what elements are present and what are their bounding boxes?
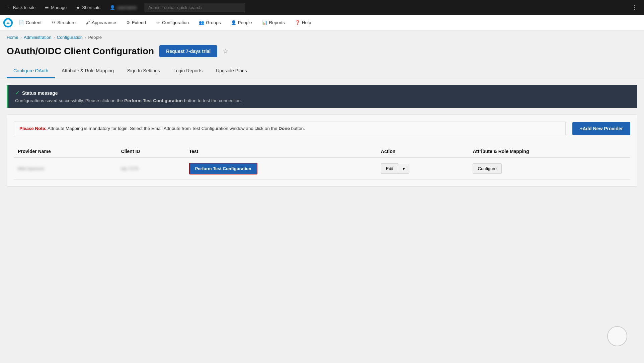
status-title: ✓ Status message (15, 90, 631, 96)
nav-people[interactable]: 👤 People (226, 15, 257, 31)
extend-icon: ⚙ (126, 20, 130, 25)
provider-name-value: Mild Aperture (18, 166, 45, 171)
admin-toolbar: ← Back to site ☰ Manage ★ Shortcuts 👤 us… (0, 0, 644, 15)
breadcrumb: Home › Administration › Configuration › … (0, 31, 644, 43)
configuration-icon: ⛭ (156, 20, 160, 25)
hamburger-icon: ☰ (45, 5, 49, 10)
breadcrumb-administration[interactable]: Administration (24, 35, 51, 40)
provider-name-cell: Mild Aperture (14, 158, 117, 179)
client-id-cell: klp-7275 (117, 158, 185, 179)
tab-attribute-role-mapping[interactable]: Attribute & Role Mapping (55, 64, 120, 78)
col-attribute-role-mapping: Attribute & Role Mapping (469, 145, 630, 158)
tab-login-reports[interactable]: Login Reports (167, 64, 209, 78)
col-test: Test (185, 145, 377, 158)
nav-structure[interactable]: ☷ Structure (47, 15, 80, 31)
nav-appearance[interactable]: 🖌 Appearance (81, 15, 121, 31)
configure-button[interactable]: Configure (473, 163, 501, 174)
structure-icon: ☷ (52, 20, 56, 25)
nav-reports[interactable]: 📊 Reports (257, 15, 290, 31)
tab-configure-oauth[interactable]: Configure OAuth (7, 64, 55, 78)
perform-test-configuration-button[interactable]: Perform Test Configuration (189, 163, 257, 174)
nav-help[interactable]: ❓ Help (290, 15, 316, 31)
table-body: Mild Aperture klp-7275 Perform Test Conf… (14, 158, 630, 179)
status-body: Configurations saved successfully. Pleas… (15, 98, 631, 103)
reports-icon: 📊 (262, 20, 267, 25)
back-arrow-icon: ← (7, 5, 11, 10)
table-header: Provider Name Client ID Test Action Attr… (14, 145, 630, 158)
toolbar-right: ⋮ (628, 4, 641, 11)
provider-card: Please Note: Attribute Mapping is mandat… (7, 115, 637, 187)
test-cell: Perform Test Configuration (185, 158, 377, 179)
col-provider-name: Provider Name (14, 145, 117, 158)
drupal-logo (3, 17, 13, 28)
status-message-bar: ✓ Status message Configurations saved su… (7, 85, 637, 108)
nav-configuration[interactable]: ⛭ Configuration (151, 15, 193, 31)
client-id-value: klp-7275 (121, 166, 139, 171)
col-action: Action (377, 145, 469, 158)
page-header: OAuth/OIDC Client Configuration Request … (0, 43, 644, 64)
svg-point-2 (8, 22, 10, 24)
tab-upgrade-plans[interactable]: Upgrade Plans (209, 64, 254, 78)
note-label: Please Note: (19, 126, 47, 131)
main-content: Home › Administration › Configuration › … (0, 31, 644, 187)
breadcrumb-sep-1: › (20, 35, 22, 40)
content-icon: 📄 (19, 20, 24, 25)
user-icon: 👤 (110, 5, 115, 10)
breadcrumb-home[interactable]: Home (7, 35, 18, 40)
table-header-row: Provider Name Client ID Test Action Attr… (14, 145, 630, 158)
tabs-bar: Configure OAuth Attribute & Role Mapping… (0, 64, 644, 78)
favorite-star-icon[interactable]: ☆ (223, 47, 229, 55)
edit-button-group: Edit ▼ (381, 163, 465, 174)
tab-sign-in-settings[interactable]: Sign In Settings (120, 64, 167, 78)
appearance-icon: 🖌 (86, 20, 90, 25)
page-title: OAuth/OIDC Client Configuration (7, 46, 154, 57)
nav-groups[interactable]: 👥 Groups (194, 15, 225, 31)
trial-button[interactable]: Request 7-days trial (159, 45, 217, 57)
table-row: Mild Aperture klp-7275 Perform Test Conf… (14, 158, 630, 179)
provider-table: Provider Name Client ID Test Action Attr… (14, 145, 630, 179)
manage-button[interactable]: ☰ Manage (41, 0, 71, 15)
people-icon: 👤 (231, 20, 236, 25)
help-icon: ❓ (295, 20, 300, 25)
edit-button[interactable]: Edit (381, 163, 398, 174)
nav-content[interactable]: 📄 Content (14, 15, 46, 31)
col-client-id: Client ID (117, 145, 185, 158)
breadcrumb-current: People (88, 35, 101, 40)
groups-icon: 👥 (199, 20, 204, 25)
breadcrumb-sep-2: › (53, 35, 55, 40)
search-container (145, 3, 245, 12)
nav-extend[interactable]: ⚙ Extend (122, 15, 151, 31)
shortcuts-button[interactable]: ★ Shortcuts (72, 0, 104, 15)
add-provider-button[interactable]: +Add New Provider (572, 122, 630, 135)
star-icon: ★ (76, 5, 80, 10)
grid-icon[interactable]: ⋮ (628, 4, 641, 11)
drupal-nav: 📄 Content ☷ Structure 🖌 Appearance ⚙ Ext… (0, 15, 644, 31)
checkmark-icon: ✓ (15, 90, 19, 96)
edit-dropdown-button[interactable]: ▼ (398, 164, 409, 174)
user-button[interactable]: 👤 username (106, 0, 141, 15)
breadcrumb-configuration[interactable]: Configuration (57, 35, 83, 40)
back-to-site-button[interactable]: ← Back to site (3, 0, 39, 15)
note-bar: Please Note: Attribute Mapping is mandat… (14, 122, 630, 135)
configure-cell: Configure (469, 158, 630, 179)
breadcrumb-sep-3: › (85, 35, 86, 40)
svg-point-1 (7, 22, 8, 24)
search-input[interactable] (145, 3, 245, 12)
action-cell: Edit ▼ (377, 158, 469, 179)
note-text: Please Note: Attribute Mapping is mandat… (14, 122, 566, 135)
